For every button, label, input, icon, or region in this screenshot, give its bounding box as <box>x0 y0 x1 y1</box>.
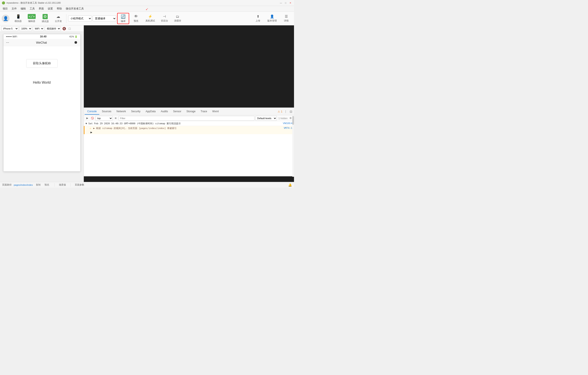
mute-button[interactable]: 🔇 <box>62 26 66 31</box>
status-sep-1 <box>54 183 55 187</box>
devtools-panel: Console Sources Network Security AppData… <box>84 107 294 176</box>
minimize-button[interactable]: — <box>279 1 283 5</box>
tab-audits[interactable]: Audits <box>158 108 170 115</box>
devtools-scrollbar[interactable] <box>292 115 294 177</box>
upload-icon: ⬆ <box>257 14 259 19</box>
nav-back: ··· <box>6 40 9 45</box>
notification-icon: 🔔 <box>288 183 292 187</box>
simulator-panel: iPhone 5 100% WiFi 模拟操作 🔇 □ ●●●●● WiFi <box>0 25 84 182</box>
close-button[interactable]: ✕ <box>288 1 292 5</box>
settings-button[interactable]: ⚙ <box>288 116 293 120</box>
page-path-value: pages/index/index <box>14 184 33 186</box>
device-select[interactable]: iPhone 5 <box>1 26 19 31</box>
tab-storage[interactable]: Storage <box>184 108 198 115</box>
simulator-label: 模拟器 <box>15 20 22 23</box>
hello-world-text: Hello World <box>33 81 51 85</box>
warning-badge: ⚠ <box>278 110 280 113</box>
dock-icon[interactable]: ⊡ <box>289 110 293 113</box>
tab-sources[interactable]: Sources <box>99 108 114 115</box>
page-path-label: 页面路径 <box>2 183 12 186</box>
maximize-button[interactable]: □ <box>284 1 288 5</box>
copy-path-button[interactable]: 复制 <box>35 183 42 186</box>
clear-button[interactable]: 🚫 <box>90 116 94 120</box>
app-title: mywxdemo - 微信开发者工具 Stable v1.02.1911180 <box>6 1 61 4</box>
scene-label: 场景值 <box>59 183 66 186</box>
mode-select[interactable]: 小程序模式 <box>68 15 92 21</box>
clear-cache-icon: 🗂 <box>176 15 179 19</box>
user-avatar[interactable]: 👤 <box>2 15 10 22</box>
tab-appdata[interactable]: AppData <box>143 108 158 115</box>
operation-select[interactable]: 模拟操作 <box>45 26 61 31</box>
log-link-1[interactable]: VM100:4 <box>283 122 292 125</box>
upload-label: 上传 <box>255 19 260 22</box>
preview-icon: 👁 <box>134 14 138 19</box>
clear-cache-button[interactable]: 🗂 清缓存 <box>171 14 184 23</box>
cutscene-label: 切后台 <box>161 19 168 22</box>
phone-content: 获取头像昵称 Hello World <box>3 46 80 89</box>
tab-trace[interactable]: Trace <box>198 108 210 115</box>
tab-security[interactable]: Security <box>128 108 143 115</box>
detail-icon: ☰ <box>285 14 288 19</box>
menu-help[interactable]: 帮助 <box>55 6 64 11</box>
clear-cache-label: 清缓存 <box>174 19 181 22</box>
context-select[interactable]: top <box>95 116 113 121</box>
compile-button[interactable]: 🔄 编译 <box>117 13 129 24</box>
menu-file[interactable]: 文件 <box>10 6 19 11</box>
preview-button[interactable]: 👁 预览 <box>130 13 142 23</box>
scrollbar-thumb <box>292 116 294 125</box>
tab-network[interactable]: Network <box>114 108 128 115</box>
menu-edit[interactable]: 编辑 <box>19 6 28 11</box>
warn-link-1[interactable]: VM74:1 <box>284 127 292 129</box>
simulator-button[interactable]: 📱 模拟器 <box>12 13 24 24</box>
menu-wechat-devtools[interactable]: 微信开发者工具 <box>64 6 85 11</box>
menu-tools[interactable]: 工具 <box>28 6 37 11</box>
cloud-button[interactable]: ☁ 云开发 <box>52 13 64 24</box>
debugger-button[interactable]: ⚙ 调试器 <box>39 13 51 24</box>
more-options-icon[interactable]: ⋮ <box>283 110 288 113</box>
tab-sensor[interactable]: Sensor <box>171 108 184 115</box>
battery-icon: 🔋 <box>74 35 78 38</box>
title-bar-content: 🟢 mywxdemo - 微信开发者工具 Stable v1.02.191118… <box>2 1 61 4</box>
warn-icon: ⚠ <box>90 127 91 130</box>
warn-text-1: ⚠ ▶ 根据 sitemap 的规则[0], 当前页面 [pages/index… <box>90 127 284 130</box>
menu-project[interactable]: 项目 <box>1 6 10 11</box>
console-warn-entry-1: ⚠ ▶ 根据 sitemap 的规则[0], 当前页面 [pages/index… <box>84 126 294 130</box>
expand-arrow-console: ▶ <box>91 131 92 134</box>
console-filter-input[interactable] <box>119 116 254 121</box>
tab-console[interactable]: Console <box>85 108 99 115</box>
editor-button[interactable]: </> 编辑器 <box>25 13 38 24</box>
upload-button[interactable]: ⬆ 上传 <box>252 13 264 23</box>
devtools-tabs: Console Sources Network Security AppData… <box>84 108 294 115</box>
compile-select[interactable]: 普通编译 <box>93 15 116 21</box>
nav-record: ⏺ <box>74 40 78 45</box>
real-device-label: 真机调试 <box>146 19 155 22</box>
preview-label: 预览 <box>134 19 138 22</box>
debugger-label: 调试器 <box>42 20 49 23</box>
network-select[interactable]: WiFi <box>33 26 44 31</box>
toolbar-right: ⬆ 上传 👤 版本管理 ☰ 详情 <box>252 13 292 23</box>
tab-wxml[interactable]: Wxml <box>210 108 221 115</box>
run-button[interactable]: ▶ <box>85 116 89 120</box>
menu-settings[interactable]: 设置 <box>46 6 55 11</box>
title-bar: 🟢 mywxdemo - 微信开发者工具 Stable v1.02.191118… <box>0 0 294 6</box>
phone-status-bar: ●●●●● WiFi 16:40 41% 🔋 <box>3 34 80 39</box>
get-avatar-button[interactable]: 获取头像昵称 <box>26 59 58 68</box>
app-icon: 🟢 <box>2 1 5 4</box>
eye-button[interactable]: 👁 <box>114 116 118 120</box>
zoom-select[interactable]: 100% <box>19 26 32 31</box>
preview-path-button[interactable]: 预览 <box>44 183 50 186</box>
simulator-toolbar: iPhone 5 100% WiFi 模拟操作 🔇 □ <box>0 25 84 32</box>
cutscene-icon: ⊣ <box>163 14 166 19</box>
status-bar-right: 🔔 <box>288 183 292 187</box>
console-expand-row[interactable]: ▶ <box>84 130 294 134</box>
default-levels-select[interactable]: Default levels <box>255 116 277 121</box>
cutscene-button[interactable]: ⊣ 切后台 <box>158 13 171 23</box>
menu-interface[interactable]: 界面 <box>37 6 46 11</box>
rotate-button[interactable]: □ <box>67 26 72 31</box>
real-device-button[interactable]: ⚡ 真机调试 <box>143 13 158 23</box>
hidden-count: 1 hidden <box>279 117 288 119</box>
version-mgmt-button[interactable]: 👤 版本管理 <box>265 13 279 23</box>
window-controls: — □ ✕ <box>279 1 292 5</box>
detail-button[interactable]: ☰ 详情 <box>280 13 292 23</box>
phone-status-left: ●●●●● WiFi <box>6 35 17 38</box>
